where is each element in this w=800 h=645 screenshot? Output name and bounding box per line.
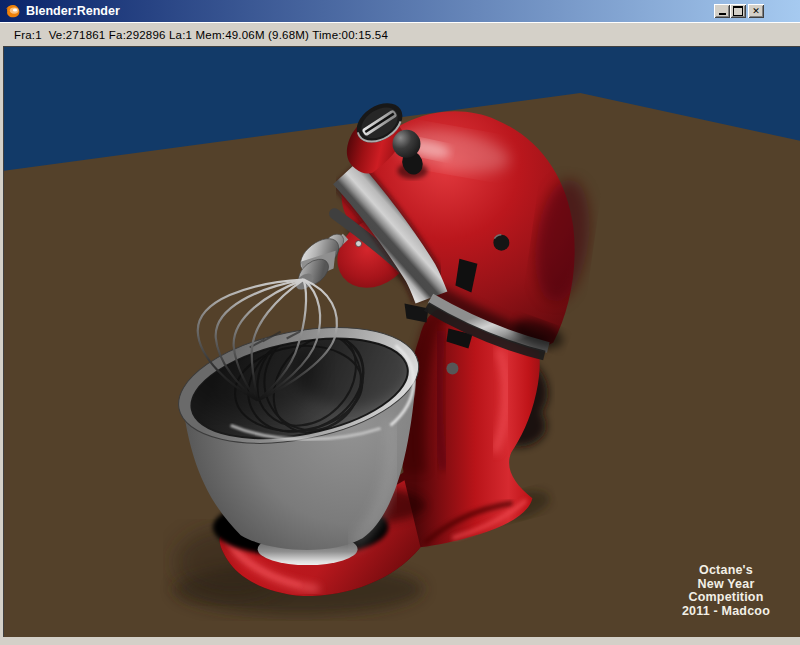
dome-pin: [356, 241, 362, 247]
blender-logo-icon: [5, 3, 21, 19]
watermark-line-3: Competition: [641, 591, 800, 605]
close-icon: ✕: [752, 5, 760, 18]
minimize-icon: [719, 13, 726, 15]
window-controls: ✕: [714, 4, 764, 18]
render-stats-text: Fra:1 Ve:271861 Fa:292896 La:1 Mem:49.06…: [14, 29, 388, 41]
titlebar[interactable]: Blender:Render ✕: [0, 0, 800, 22]
maximize-icon: [733, 6, 743, 16]
maximize-button[interactable]: [730, 4, 746, 18]
render-viewport: Octane's New Year Competition 2011 - Mad…: [3, 46, 800, 637]
window-title: Blender:Render: [26, 4, 120, 18]
render-image: [4, 47, 800, 637]
blender-render-window: Blender:Render ✕ Fra:1 Ve:271861 Fa:2928…: [0, 0, 800, 645]
watermark-line-1: Octane's: [641, 564, 800, 578]
minimize-button[interactable]: [714, 4, 730, 18]
close-button[interactable]: ✕: [748, 4, 764, 18]
head-knob: [393, 130, 421, 158]
hinge-screw: [446, 362, 458, 374]
watermark-line-2: New Year: [641, 578, 800, 592]
render-stats-bar: Fra:1 Ve:271861 Fa:292896 La:1 Mem:49.06…: [0, 22, 800, 46]
watermark-line-4: 2011 - Madcoo: [641, 605, 800, 619]
watermark: Octane's New Year Competition 2011 - Mad…: [641, 564, 800, 618]
